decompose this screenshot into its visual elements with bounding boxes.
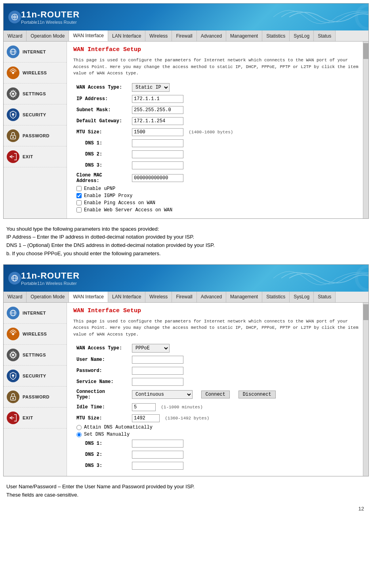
sidebar-wireless-2[interactable]: WIRELESS: [4, 324, 67, 345]
clone-mac-input-1[interactable]: [132, 174, 183, 182]
nav-management-1[interactable]: Management: [226, 30, 262, 41]
idle-time-row-2: Idle Time: (1-1000 minutes): [73, 402, 362, 413]
sidebar-settings-2[interactable]: SETTINGS: [4, 345, 67, 366]
sidebar-security-2[interactable]: SECURITY: [4, 366, 67, 387]
mtu-input-2[interactable]: [132, 414, 160, 422]
sidebar-password-2[interactable]: PASSWORD: [4, 387, 67, 408]
wan-access-type-select-2[interactable]: Static IP DHCP PPPoE PPTP L2TP: [132, 344, 170, 353]
nav-advanced-1[interactable]: Advanced: [197, 30, 226, 41]
nav-statistics-2[interactable]: Statistics: [262, 292, 290, 302]
password-label-1: PASSWORD: [23, 133, 50, 138]
password-input-2[interactable]: [132, 367, 183, 375]
text-para-1: You should type the following parameters…: [6, 225, 366, 233]
nav-operation-mode-1[interactable]: Operation Mode: [27, 30, 69, 41]
ip-address-field-1: [129, 93, 362, 104]
nav-operation-mode-2[interactable]: Operation Mode: [27, 292, 69, 302]
subnet-mask-field-1: [129, 104, 362, 116]
nav-syslog-2[interactable]: SysLog: [290, 292, 314, 302]
nav-lan-interface-1[interactable]: LAN Interface: [108, 30, 145, 41]
attain-dns-radio-2[interactable]: [76, 425, 82, 430]
idle-time-input-2[interactable]: [132, 403, 156, 411]
mtu-input-1[interactable]: [132, 128, 183, 136]
nav-wireless-2[interactable]: Wireless: [145, 292, 172, 302]
logo-area-1: 11n-ROUTER Portable11n Wireless Router: [8, 9, 80, 25]
settings-icon-2: [7, 349, 19, 361]
content-title-1: WAN Interface Setup: [73, 46, 362, 53]
scrollbar-thumb-2[interactable]: [363, 304, 368, 320]
svg-point-7: [12, 113, 14, 116]
igmp-label-1: Enable IGMP Proxy: [84, 193, 132, 199]
content-desc-1: This page is used to configure the param…: [73, 57, 362, 77]
scrollbar-2[interactable]: [363, 303, 368, 476]
ping-checkbox-1[interactable]: [76, 200, 82, 205]
scrollbar-1[interactable]: [363, 42, 368, 218]
dns2-input-1[interactable]: [132, 150, 183, 158]
subnet-mask-row-1: Subnet Mask:: [73, 104, 362, 116]
router-header-2: 11n-ROUTER Portable11n Wireless Router: [4, 265, 368, 292]
subnet-mask-label-1: Subnet Mask:: [73, 104, 129, 116]
sidebar-settings-1[interactable]: SETTINGS: [4, 83, 67, 104]
idle-time-field-2: (1-1000 minutes): [129, 402, 362, 413]
settings-label-1: SETTINGS: [23, 91, 46, 96]
set-dns-radio-2[interactable]: [76, 432, 82, 437]
nav-management-2[interactable]: Management: [226, 292, 262, 302]
sidebar-password-1[interactable]: PASSWORD: [4, 125, 67, 146]
connection-type-label-2: ConnectionType:: [73, 387, 129, 402]
content-area-2: WAN Interface Setup This page is used to…: [67, 303, 368, 476]
nav-status-2[interactable]: Status: [314, 292, 336, 302]
nav-syslog-1[interactable]: SysLog: [290, 30, 314, 41]
nav-lan-interface-2[interactable]: LAN Interface: [108, 292, 145, 302]
igmp-checkbox-1[interactable]: [76, 193, 82, 198]
nav-wan-interface-2[interactable]: WAN Interface: [69, 292, 108, 302]
service-name-input-2[interactable]: [132, 378, 183, 386]
wan-access-type-select-1[interactable]: Static IP DHCP PPPoE PPTP L2TP: [132, 83, 170, 92]
main-layout-2: INTERNET WIRELESS SETTINGS SECURITY: [4, 303, 368, 476]
sidebar-exit-1[interactable]: EXIT: [4, 146, 67, 167]
nav-firewall-1[interactable]: Firewall: [172, 30, 196, 41]
wireless-label-2: WIRELESS: [23, 332, 47, 336]
router-panel-2: 11n-ROUTER Portable11n Wireless Router W…: [3, 264, 369, 477]
dns1-input-2[interactable]: [132, 440, 183, 448]
username-input-2[interactable]: [132, 356, 183, 364]
brand-subtitle-2: Portable11n Wireless Router: [21, 281, 80, 286]
password-icon-2: [7, 391, 19, 403]
dns2-input-2[interactable]: [132, 451, 183, 459]
ip-address-row-1: IP Address:: [73, 93, 362, 104]
svg-point-2: [357, 5, 368, 29]
sidebar-internet-2[interactable]: INTERNET: [4, 303, 67, 324]
nav-wizard-1[interactable]: Wizard: [4, 30, 27, 41]
nav-wireless-1[interactable]: Wireless: [145, 30, 172, 41]
wan-access-type-value-1: Static IP DHCP PPPoE PPTP L2TP: [129, 82, 362, 93]
dns3-input-1[interactable]: [132, 161, 183, 169]
subnet-mask-input-1[interactable]: [132, 106, 183, 114]
nav-firewall-2[interactable]: Firewall: [172, 292, 196, 302]
internet-icon-2: [7, 307, 19, 319]
nav-advanced-2[interactable]: Advanced: [197, 292, 226, 302]
mtu-field-1: (1400-1600 bytes): [129, 127, 362, 138]
dns3-input-2[interactable]: [132, 462, 183, 470]
sidebar-exit-2[interactable]: EXIT: [4, 408, 67, 429]
username-label-2: User Name:: [73, 354, 129, 365]
default-gateway-row-1: Default Gateway:: [73, 116, 362, 127]
nav-wizard-2[interactable]: Wizard: [4, 292, 27, 302]
connection-type-select-2[interactable]: Continuous Connect on Demand Manual: [132, 390, 193, 399]
ip-address-input-1[interactable]: [132, 95, 183, 103]
svg-point-15: [357, 266, 368, 290]
security-label-2: SECURITY: [23, 374, 46, 378]
sidebar-internet-1[interactable]: INTERNET: [4, 42, 67, 63]
page-number: 12: [0, 503, 372, 515]
sidebar-wireless-1[interactable]: WIRELESS: [4, 63, 67, 83]
web-checkbox-1[interactable]: [76, 207, 82, 212]
default-gateway-input-1[interactable]: [132, 117, 183, 125]
dns1-input-1[interactable]: [132, 139, 183, 147]
nav-wan-interface-1[interactable]: WAN Interface: [69, 30, 108, 41]
upnp-checkbox-1[interactable]: [76, 186, 82, 191]
nav-statistics-1[interactable]: Statistics: [262, 30, 290, 41]
sidebar-security-1[interactable]: SECURITY: [4, 104, 67, 125]
scrollbar-thumb-1[interactable]: [363, 43, 368, 59]
connect-button-2[interactable]: Connect: [201, 391, 230, 398]
disconnect-button-2[interactable]: Disconnect: [238, 391, 276, 398]
exit-label-1: EXIT: [23, 154, 33, 159]
dns1-row-2: DNS 1:: [73, 438, 362, 449]
nav-status-1[interactable]: Status: [314, 30, 336, 41]
